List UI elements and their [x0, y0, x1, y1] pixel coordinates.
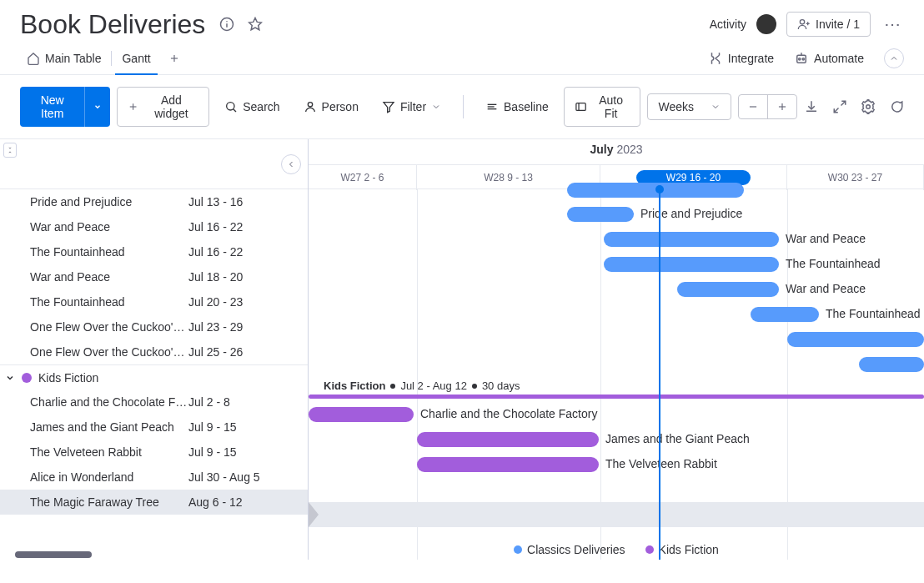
new-item-button[interactable]: New Item	[20, 87, 84, 127]
zoom-out-button[interactable]	[739, 95, 767, 118]
svg-point-29	[866, 105, 871, 109]
add-tab-button[interactable]	[164, 48, 184, 68]
avatar[interactable]	[756, 14, 776, 34]
svg-point-10	[799, 58, 801, 59]
bar-row: Pride and Prejudice	[309, 202, 924, 227]
add-widget-button[interactable]: Add widget	[117, 87, 209, 127]
svg-point-4	[800, 20, 804, 24]
gantt-bar[interactable]	[417, 457, 599, 472]
gantt-bar[interactable]	[567, 207, 634, 222]
panel-collapse-button[interactable]	[281, 154, 301, 174]
tab-main-table[interactable]: Main Table	[20, 42, 108, 75]
activity-label[interactable]: Activity	[710, 18, 746, 31]
gear-icon[interactable]	[861, 99, 876, 114]
svg-line-28	[834, 108, 838, 113]
baseline-button[interactable]: Baseline	[477, 94, 557, 119]
group-row[interactable]: Kids Fiction	[0, 364, 308, 390]
chevron-down-icon	[93, 103, 102, 111]
gantt-bar[interactable]	[309, 407, 414, 422]
task-row[interactable]: Charlie and the Chocolate Fac…Jul 2 - 8	[0, 390, 308, 415]
bar-row: The Fountainhead	[309, 302, 924, 327]
invite-button[interactable]: Invite / 1	[786, 12, 871, 37]
task-row[interactable]: Pride and PrejudiceJul 13 - 16	[0, 189, 308, 214]
timeline-body[interactable]: Pride and PrejudiceWar and PeaceThe Foun…	[309, 189, 924, 560]
bar-row	[309, 502, 924, 527]
toolbar-separator	[463, 95, 464, 118]
gantt-bar[interactable]	[751, 307, 819, 322]
download-icon[interactable]	[804, 99, 819, 114]
task-date: Jul 25 - 26	[188, 345, 243, 359]
task-name: War and Peace	[30, 220, 188, 234]
search-button[interactable]: Search	[216, 94, 288, 119]
task-row[interactable]: The Velveteen RabbitJul 9 - 15	[0, 440, 308, 465]
task-date: Jul 9 - 15	[188, 445, 237, 459]
task-row[interactable]: War and PeaceJul 18 - 20	[0, 264, 308, 289]
zoom-group	[738, 94, 797, 119]
star-icon[interactable]	[247, 16, 264, 33]
bar-label: The Fountainhead	[786, 257, 881, 270]
filter-button[interactable]: Filter	[374, 94, 449, 119]
gantt-bar[interactable]	[859, 357, 924, 372]
gantt-bar[interactable]	[604, 257, 779, 272]
more-menu-icon[interactable]: ⋯	[881, 14, 904, 34]
tab-gantt[interactable]: Gantt	[115, 42, 157, 75]
task-name: War and Peace	[30, 270, 188, 284]
person-button[interactable]: Person	[295, 94, 367, 119]
group-caret[interactable]	[5, 373, 15, 383]
bar-label: James and the Giant Peach	[605, 432, 750, 445]
invite-icon	[797, 18, 811, 31]
info-icon[interactable]	[218, 16, 235, 33]
task-date: Jul 23 - 29	[188, 320, 243, 334]
zoom-in-button[interactable]	[767, 95, 796, 118]
bar-label: Charlie and the Chocolate Factory	[420, 407, 597, 420]
filter-icon	[382, 100, 395, 113]
tabs-right: Integrate Automate	[708, 48, 904, 68]
task-row[interactable]: The FountainheadJul 16 - 22	[0, 239, 308, 264]
gantt-bar[interactable]	[677, 282, 779, 297]
task-row[interactable]: War and PeaceJul 16 - 22	[0, 214, 308, 239]
gantt-bar[interactable]	[417, 432, 599, 447]
legend-label: Classics Deliveries	[527, 543, 625, 556]
bar-row: The Fountainhead	[309, 252, 924, 277]
gantt-bar[interactable]	[787, 332, 924, 347]
task-date: Jul 16 - 22	[188, 220, 243, 234]
bar-row: War and Peace	[309, 227, 924, 252]
task-row[interactable]: The FountainheadJul 20 - 23	[0, 289, 308, 314]
bar-row	[309, 352, 924, 377]
task-row[interactable]: One Flew Over the Cuckoo's …Jul 25 - 26	[0, 339, 308, 364]
gantt-container: Pride and PrejudiceJul 13 - 16War and Pe…	[0, 138, 924, 560]
board-header: Book Deliveries Activity Invite / 1 ⋯	[0, 0, 924, 42]
integrate-button[interactable]: Integrate	[708, 51, 774, 66]
bar-row: James and the Giant Peach	[309, 427, 924, 452]
expand-icon[interactable]	[832, 99, 847, 114]
today-line	[659, 189, 660, 560]
bar-row	[309, 178, 924, 203]
auto-fit-button[interactable]: Auto Fit	[564, 87, 641, 127]
person-icon	[304, 100, 317, 113]
automate-button[interactable]: Automate	[794, 51, 864, 66]
task-name: The Magic Faraway Tree	[30, 495, 188, 509]
task-row[interactable]: One Flew Over the Cuckoo's …Jul 23 - 29	[0, 314, 308, 339]
new-item-dropdown[interactable]	[84, 87, 110, 127]
chat-icon[interactable]	[889, 99, 904, 114]
svg-line-16	[234, 109, 236, 112]
task-date: Aug 6 - 12	[188, 495, 243, 509]
svg-point-15	[227, 103, 234, 110]
header-right: Activity Invite / 1 ⋯	[710, 12, 904, 37]
task-name: One Flew Over the Cuckoo's …	[30, 345, 188, 359]
task-row[interactable]: Alice in WonderlandJul 30 - Aug 5	[0, 465, 308, 490]
task-list-panel: Pride and PrejudiceJul 13 - 16War and Pe…	[0, 139, 309, 560]
task-date: Jul 13 - 16	[188, 195, 243, 209]
legend-dot	[645, 545, 654, 554]
gantt-bar[interactable]	[604, 232, 779, 247]
scroll-indicator[interactable]	[15, 551, 92, 558]
today-marker	[655, 185, 664, 193]
task-row[interactable]: The Magic Faraway TreeAug 6 - 12	[0, 490, 308, 515]
task-row[interactable]: James and the Giant PeachJul 9 - 15	[0, 415, 308, 440]
minus-icon	[747, 101, 759, 113]
time-unit-select[interactable]: Weeks	[647, 93, 731, 120]
collapse-all-button[interactable]	[3, 143, 17, 158]
bar-label: War and Peace	[786, 232, 866, 245]
bar-label: War and Peace	[786, 282, 866, 295]
collapse-button[interactable]	[884, 48, 904, 68]
